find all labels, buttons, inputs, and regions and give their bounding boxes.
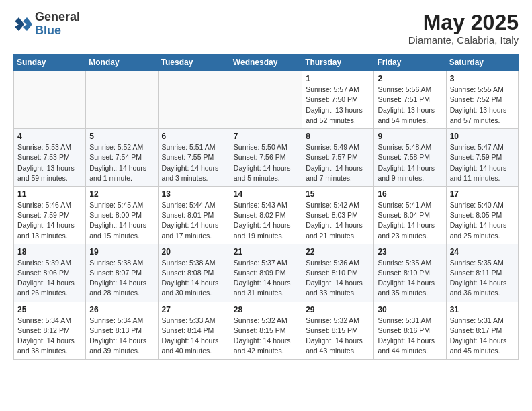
day-number: 1 bbox=[306, 74, 370, 83]
calendar-cell: 7Sunrise: 5:50 AM Sunset: 7:56 PM Daylig… bbox=[230, 129, 302, 187]
day-header-tuesday: Tuesday bbox=[158, 54, 230, 71]
calendar-cell: 6Sunrise: 5:51 AM Sunset: 7:55 PM Daylig… bbox=[158, 129, 230, 187]
day-number: 18 bbox=[17, 247, 82, 257]
subtitle: Diamante, Calabria, Italy bbox=[408, 34, 519, 46]
week-row-5: 25Sunrise: 5:34 AM Sunset: 8:12 PM Dayli… bbox=[14, 302, 519, 359]
calendar-cell: 14Sunrise: 5:43 AM Sunset: 8:02 PM Dayli… bbox=[230, 186, 302, 244]
day-number: 12 bbox=[89, 189, 154, 199]
day-info: Sunrise: 5:44 AM Sunset: 8:01 PM Dayligh… bbox=[162, 200, 226, 241]
day-header-saturday: Saturday bbox=[446, 54, 518, 71]
day-header-thursday: Thursday bbox=[302, 54, 374, 71]
day-number: 5 bbox=[89, 132, 154, 141]
day-number: 17 bbox=[450, 189, 515, 199]
day-info: Sunrise: 5:46 AM Sunset: 7:59 PM Dayligh… bbox=[17, 200, 82, 241]
svg-marker-1 bbox=[15, 17, 24, 31]
calendar-cell: 16Sunrise: 5:41 AM Sunset: 8:04 PM Dayli… bbox=[374, 186, 446, 244]
day-number: 20 bbox=[162, 247, 226, 257]
day-number: 21 bbox=[234, 247, 298, 257]
calendar-cell: 28Sunrise: 5:32 AM Sunset: 8:15 PM Dayli… bbox=[230, 302, 302, 359]
week-row-1: 1Sunrise: 5:57 AM Sunset: 7:50 PM Daylig… bbox=[14, 71, 519, 129]
calendar-cell: 25Sunrise: 5:34 AM Sunset: 8:12 PM Dayli… bbox=[14, 302, 86, 359]
calendar-cell bbox=[158, 71, 230, 129]
calendar-cell: 22Sunrise: 5:36 AM Sunset: 8:10 PM Dayli… bbox=[302, 244, 374, 302]
calendar-cell: 30Sunrise: 5:31 AM Sunset: 8:16 PM Dayli… bbox=[374, 302, 446, 359]
day-info: Sunrise: 5:36 AM Sunset: 8:10 PM Dayligh… bbox=[306, 258, 370, 299]
calendar-cell: 9Sunrise: 5:48 AM Sunset: 7:58 PM Daylig… bbox=[374, 129, 446, 187]
calendar-cell: 29Sunrise: 5:32 AM Sunset: 8:15 PM Dayli… bbox=[302, 302, 374, 359]
day-number: 7 bbox=[234, 132, 298, 141]
day-info: Sunrise: 5:57 AM Sunset: 7:50 PM Dayligh… bbox=[306, 85, 370, 126]
day-number: 13 bbox=[162, 189, 226, 199]
day-number: 23 bbox=[378, 247, 442, 257]
day-info: Sunrise: 5:52 AM Sunset: 7:54 PM Dayligh… bbox=[89, 142, 154, 183]
logo: General Blue bbox=[13, 11, 80, 38]
day-info: Sunrise: 5:47 AM Sunset: 7:59 PM Dayligh… bbox=[450, 142, 515, 183]
calendar-cell bbox=[230, 71, 302, 129]
day-info: Sunrise: 5:35 AM Sunset: 8:10 PM Dayligh… bbox=[378, 258, 442, 299]
day-info: Sunrise: 5:37 AM Sunset: 8:09 PM Dayligh… bbox=[234, 258, 298, 299]
calendar-cell: 21Sunrise: 5:37 AM Sunset: 8:09 PM Dayli… bbox=[230, 244, 302, 302]
day-info: Sunrise: 5:56 AM Sunset: 7:51 PM Dayligh… bbox=[378, 85, 442, 126]
day-number: 9 bbox=[378, 132, 442, 141]
day-number: 22 bbox=[306, 247, 370, 257]
day-info: Sunrise: 5:40 AM Sunset: 8:05 PM Dayligh… bbox=[450, 200, 515, 241]
logo-blue-text: Blue bbox=[35, 24, 80, 38]
main-title: May 2025 bbox=[408, 11, 519, 34]
logo-general-text: General bbox=[35, 11, 80, 24]
day-info: Sunrise: 5:32 AM Sunset: 8:15 PM Dayligh… bbox=[234, 316, 298, 357]
calendar-cell: 31Sunrise: 5:31 AM Sunset: 8:17 PM Dayli… bbox=[446, 302, 518, 359]
day-info: Sunrise: 5:50 AM Sunset: 7:56 PM Dayligh… bbox=[234, 142, 298, 183]
logo-icon bbox=[13, 15, 32, 34]
day-info: Sunrise: 5:33 AM Sunset: 8:14 PM Dayligh… bbox=[162, 316, 226, 357]
day-number: 4 bbox=[17, 132, 82, 141]
title-block: May 2025 Diamante, Calabria, Italy bbox=[408, 11, 519, 46]
day-number: 30 bbox=[378, 305, 442, 314]
day-info: Sunrise: 5:34 AM Sunset: 8:12 PM Dayligh… bbox=[17, 316, 82, 357]
day-info: Sunrise: 5:48 AM Sunset: 7:58 PM Dayligh… bbox=[378, 142, 442, 183]
calendar-cell: 20Sunrise: 5:38 AM Sunset: 8:08 PM Dayli… bbox=[158, 244, 230, 302]
day-number: 19 bbox=[89, 247, 154, 257]
day-info: Sunrise: 5:38 AM Sunset: 8:08 PM Dayligh… bbox=[162, 258, 226, 299]
calendar-cell: 13Sunrise: 5:44 AM Sunset: 8:01 PM Dayli… bbox=[158, 186, 230, 244]
calendar-table: SundayMondayTuesdayWednesdayThursdayFrid… bbox=[13, 54, 519, 359]
day-number: 24 bbox=[450, 247, 515, 257]
day-header-friday: Friday bbox=[374, 54, 446, 71]
calendar-cell: 11Sunrise: 5:46 AM Sunset: 7:59 PM Dayli… bbox=[14, 186, 86, 244]
day-info: Sunrise: 5:55 AM Sunset: 7:52 PM Dayligh… bbox=[450, 85, 515, 126]
page-container: General Blue May 2025 Diamante, Calabria… bbox=[0, 0, 532, 368]
day-header-sunday: Sunday bbox=[14, 54, 86, 71]
calendar-cell: 2Sunrise: 5:56 AM Sunset: 7:51 PM Daylig… bbox=[374, 71, 446, 129]
day-info: Sunrise: 5:53 AM Sunset: 7:53 PM Dayligh… bbox=[17, 142, 82, 183]
week-row-3: 11Sunrise: 5:46 AM Sunset: 7:59 PM Dayli… bbox=[14, 186, 519, 244]
day-info: Sunrise: 5:45 AM Sunset: 8:00 PM Dayligh… bbox=[89, 200, 154, 241]
day-info: Sunrise: 5:35 AM Sunset: 8:11 PM Dayligh… bbox=[450, 258, 515, 299]
week-row-4: 18Sunrise: 5:39 AM Sunset: 8:06 PM Dayli… bbox=[14, 244, 519, 302]
calendar-cell: 26Sunrise: 5:34 AM Sunset: 8:13 PM Dayli… bbox=[86, 302, 158, 359]
calendar-cell: 4Sunrise: 5:53 AM Sunset: 7:53 PM Daylig… bbox=[14, 129, 86, 187]
header-row: SundayMondayTuesdayWednesdayThursdayFrid… bbox=[14, 54, 519, 71]
calendar-cell bbox=[86, 71, 158, 129]
day-header-monday: Monday bbox=[86, 54, 158, 71]
calendar-cell: 12Sunrise: 5:45 AM Sunset: 8:00 PM Dayli… bbox=[86, 186, 158, 244]
calendar-cell: 10Sunrise: 5:47 AM Sunset: 7:59 PM Dayli… bbox=[446, 129, 518, 187]
day-number: 16 bbox=[378, 189, 442, 199]
week-row-2: 4Sunrise: 5:53 AM Sunset: 7:53 PM Daylig… bbox=[14, 129, 519, 187]
day-info: Sunrise: 5:42 AM Sunset: 8:03 PM Dayligh… bbox=[306, 200, 370, 241]
calendar-cell: 1Sunrise: 5:57 AM Sunset: 7:50 PM Daylig… bbox=[302, 71, 374, 129]
day-info: Sunrise: 5:31 AM Sunset: 8:16 PM Dayligh… bbox=[378, 316, 442, 357]
day-number: 15 bbox=[306, 189, 370, 199]
header: General Blue May 2025 Diamante, Calabria… bbox=[13, 11, 519, 46]
calendar-cell: 18Sunrise: 5:39 AM Sunset: 8:06 PM Dayli… bbox=[14, 244, 86, 302]
day-info: Sunrise: 5:39 AM Sunset: 8:06 PM Dayligh… bbox=[17, 258, 82, 299]
calendar-cell: 3Sunrise: 5:55 AM Sunset: 7:52 PM Daylig… bbox=[446, 71, 518, 129]
day-info: Sunrise: 5:43 AM Sunset: 8:02 PM Dayligh… bbox=[234, 200, 298, 241]
day-info: Sunrise: 5:34 AM Sunset: 8:13 PM Dayligh… bbox=[89, 316, 154, 357]
day-number: 6 bbox=[162, 132, 226, 141]
day-number: 27 bbox=[162, 305, 226, 314]
calendar-cell: 15Sunrise: 5:42 AM Sunset: 8:03 PM Dayli… bbox=[302, 186, 374, 244]
day-info: Sunrise: 5:49 AM Sunset: 7:57 PM Dayligh… bbox=[306, 142, 370, 183]
calendar-cell: 19Sunrise: 5:38 AM Sunset: 8:07 PM Dayli… bbox=[86, 244, 158, 302]
calendar-cell: 23Sunrise: 5:35 AM Sunset: 8:10 PM Dayli… bbox=[374, 244, 446, 302]
day-number: 10 bbox=[450, 132, 515, 141]
day-number: 2 bbox=[378, 74, 442, 83]
